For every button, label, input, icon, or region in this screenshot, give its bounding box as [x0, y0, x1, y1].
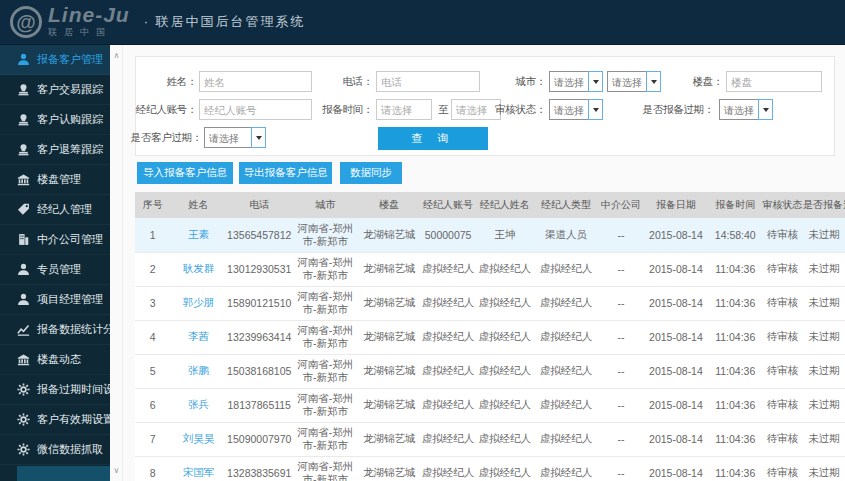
sidebar-item-6[interactable]: 经纪人管理	[0, 195, 110, 225]
table-row[interactable]: 3郭少朋15890121510河南省-郑州市-新郑市龙湖锦艺城虚拟经纪人虚拟经纪…	[135, 286, 845, 320]
table-row[interactable]: 2耿发群13012930531河南省-郑州市-新郑市龙湖锦艺城虚拟经纪人虚拟经纪…	[135, 252, 845, 286]
audit-status-select[interactable]: 请选择	[549, 99, 603, 120]
city-province-select[interactable]: 请选择	[549, 71, 603, 92]
table-cell: 河南省-郑州市-新郑市	[292, 286, 359, 320]
column-header: 电话	[227, 192, 292, 218]
table-cell: 未过期	[803, 252, 845, 286]
customer-name-link[interactable]: 耿发群	[171, 252, 227, 286]
stamp-icon	[17, 113, 30, 126]
sidebar-item-label: 客户退筹跟踪	[37, 142, 103, 157]
table-cell: --	[599, 286, 644, 320]
table-cell: 6	[135, 388, 171, 422]
table-cell: 13565457812	[227, 218, 292, 252]
sidebar-item-3[interactable]: 客户认购跟踪	[0, 105, 110, 135]
table-cell: 待审核	[762, 354, 803, 388]
table-row[interactable]: 4李茜13239963414河南省-郑州市-新郑市龙湖锦艺城虚拟经纪人虚拟经纪人…	[135, 320, 845, 354]
sidebar-scrollbar[interactable]: ∧ ∨	[110, 45, 123, 481]
table-row[interactable]: 6张兵18137865115河南省-郑州市-新郑市龙湖锦艺城虚拟经纪人虚拟经纪人…	[135, 388, 845, 422]
table-cell: 2015-08-14	[643, 320, 708, 354]
customer-name-link[interactable]: 郭少朋	[171, 286, 227, 320]
agent-account-input[interactable]	[199, 99, 312, 120]
table-row[interactable]: 8宋国军13283835691河南省-郑州市-新郑市龙湖锦艺城虚拟经纪人虚拟经纪…	[135, 456, 845, 481]
table-cell: 虚拟经纪人	[533, 286, 598, 320]
query-button[interactable]: 查 询	[378, 127, 488, 150]
sidebar-item-label: 微信数据抓取	[37, 442, 103, 457]
sidebar-item-11[interactable]: 楼盘动态	[0, 345, 110, 375]
table-cell: 2015-08-14	[643, 388, 708, 422]
sidebar-item-14[interactable]: 微信数据抓取	[0, 435, 110, 465]
column-header: 城市	[292, 192, 359, 218]
chevron-down-icon[interactable]	[758, 99, 773, 120]
table-cell: 2015-08-14	[643, 422, 708, 456]
import-customers-button[interactable]: 导入报备客户信息	[137, 162, 233, 184]
table-cell: 虚拟经纪人	[476, 286, 533, 320]
customer-name-link[interactable]: 李茜	[171, 320, 227, 354]
table-cell: 未过期	[803, 218, 845, 252]
sidebar-item-1[interactable]: 报备客户管理	[0, 45, 110, 75]
sidebar-item-12[interactable]: 报备过期时间设置	[0, 375, 110, 405]
table-cell: 河南省-郑州市-新郑市	[292, 422, 359, 456]
table-row[interactable]: 5张鹏15038168105河南省-郑州市-新郑市龙湖锦艺城虚拟经纪人虚拟经纪人…	[135, 354, 845, 388]
table-cell: 龙湖锦艺城	[359, 252, 420, 286]
table-cell: 河南省-郑州市-新郑市	[292, 388, 359, 422]
table-cell: 5	[135, 354, 171, 388]
customer-name-link[interactable]: 宋国军	[171, 456, 227, 481]
column-header: 中介公司	[599, 192, 644, 218]
chevron-down-icon[interactable]	[588, 71, 603, 92]
name-input[interactable]	[199, 71, 312, 92]
sidebar-item-label: 报备客户管理	[37, 52, 103, 67]
sidebar-item-9[interactable]: 项目经理管理	[0, 285, 110, 315]
bank-icon	[17, 353, 30, 366]
building-input[interactable]	[726, 71, 822, 92]
sidebar-item-label: 楼盘管理	[37, 172, 81, 187]
report-expired-label: 是否报备过期：	[630, 99, 714, 120]
table-cell: 虚拟经纪人	[476, 252, 533, 286]
customer-name-link[interactable]: 刘昊昊	[171, 422, 227, 456]
building-icon	[17, 233, 30, 246]
chart-icon	[17, 323, 30, 336]
stamp-icon	[17, 143, 30, 156]
city-select[interactable]: 请选择	[607, 71, 661, 92]
report-date-from-input[interactable]	[376, 99, 432, 120]
table-cell: 11:04:36	[709, 252, 762, 286]
sidebar-item-13[interactable]: 客户有效期设置	[0, 405, 110, 435]
table-cell: 13239963414	[227, 320, 292, 354]
agent-account-label: 经纪人账号：	[130, 99, 197, 120]
customer-name-link[interactable]: 王素	[171, 218, 227, 252]
at-logo-icon: @	[10, 6, 42, 38]
table-cell: 4	[135, 320, 171, 354]
customer-name-link[interactable]: 张鹏	[171, 354, 227, 388]
sidebar-item-7[interactable]: 中介公司管理	[0, 225, 110, 255]
table-cell: 虚拟经纪人	[533, 252, 598, 286]
report-expired-select[interactable]: 请选择	[719, 99, 773, 120]
customer-name-link[interactable]: 张兵	[171, 388, 227, 422]
sidebar-item-10[interactable]: 报备数据统计分析	[0, 315, 110, 345]
column-header: 序号	[135, 192, 171, 218]
table-row[interactable]: 7刘昊昊15090007970河南省-郑州市-新郑市龙湖锦艺城虚拟经纪人虚拟经纪…	[135, 422, 845, 456]
table-cell: 2015-08-14	[643, 252, 708, 286]
sidebar-item-8[interactable]: 专员管理	[0, 255, 110, 285]
scroll-down-icon[interactable]: ∨	[110, 466, 123, 475]
table-cell: 虚拟经纪人	[420, 388, 477, 422]
table-cell: 11:04:36	[709, 286, 762, 320]
export-customers-button[interactable]: 导出报备客户信息	[239, 162, 332, 184]
table-cell: 待审核	[762, 286, 803, 320]
table-cell: 龙湖锦艺城	[359, 422, 420, 456]
customer-expired-select[interactable]: 请选择	[204, 127, 266, 148]
table-cell: --	[599, 354, 644, 388]
column-header: 楼盘	[359, 192, 420, 218]
table-row[interactable]: 1王素13565457812河南省-郑州市-新郑市龙湖锦艺城50000075王坤…	[135, 218, 845, 252]
sidebar-item-2[interactable]: 客户交易跟踪	[0, 75, 110, 105]
chevron-down-icon[interactable]	[588, 99, 603, 120]
chevron-down-icon[interactable]	[251, 127, 266, 148]
phone-input[interactable]	[376, 71, 480, 92]
table-cell: 13283835691	[227, 456, 292, 481]
table-cell: 11:04:36	[709, 354, 762, 388]
sidebar-item-4[interactable]: 客户退筹跟踪	[0, 135, 110, 165]
sidebar-item-5[interactable]: 楼盘管理	[0, 165, 110, 195]
data-sync-button[interactable]: 数据同步	[340, 162, 402, 184]
table-cell: 15890121510	[227, 286, 292, 320]
table-cell: 虚拟经纪人	[533, 422, 598, 456]
scroll-up-icon[interactable]: ∧	[110, 51, 123, 60]
table-cell: 11:04:36	[709, 456, 762, 481]
